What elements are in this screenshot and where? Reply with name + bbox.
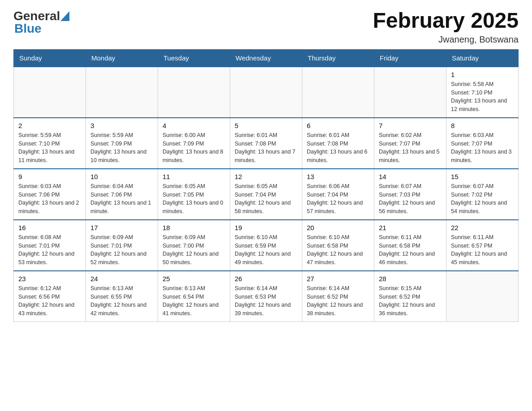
day-number: 26 — [235, 275, 297, 283]
day-number: 7 — [379, 122, 442, 129]
day-info: Sunrise: 5:58 AM Sunset: 7:10 PM Dayligh… — [451, 80, 514, 114]
logo-blue-text: Blue — [14, 21, 42, 36]
day-info: Sunrise: 6:07 AM Sunset: 7:02 PM Dayligh… — [451, 182, 514, 216]
column-header-friday: Friday — [374, 49, 446, 67]
day-info: Sunrise: 6:05 AM Sunset: 7:05 PM Dayligh… — [163, 182, 225, 216]
column-header-monday: Monday — [86, 49, 158, 67]
calendar-cell: 4Sunrise: 6:00 AM Sunset: 7:09 PM Daylig… — [158, 118, 230, 169]
calendar-cell — [86, 67, 158, 118]
day-info: Sunrise: 6:01 AM Sunset: 7:08 PM Dayligh… — [235, 131, 297, 165]
calendar-cell: 26Sunrise: 6:14 AM Sunset: 6:53 PM Dayli… — [230, 271, 302, 322]
calendar-week-row: 1Sunrise: 5:58 AM Sunset: 7:10 PM Daylig… — [14, 67, 519, 118]
day-info: Sunrise: 6:06 AM Sunset: 7:04 PM Dayligh… — [307, 182, 369, 216]
day-info: Sunrise: 6:12 AM Sunset: 6:56 PM Dayligh… — [18, 284, 81, 318]
day-info: Sunrise: 5:59 AM Sunset: 7:09 PM Dayligh… — [90, 131, 153, 165]
calendar-table: SundayMondayTuesdayWednesdayThursdayFrid… — [13, 49, 519, 322]
calendar-week-row: 16Sunrise: 6:08 AM Sunset: 7:01 PM Dayli… — [14, 220, 519, 271]
day-number: 6 — [307, 122, 369, 129]
day-info: Sunrise: 6:10 AM Sunset: 6:58 PM Dayligh… — [307, 233, 369, 267]
calendar-cell: 21Sunrise: 6:11 AM Sunset: 6:58 PM Dayli… — [374, 220, 446, 271]
day-number: 12 — [235, 173, 297, 180]
day-number: 13 — [307, 173, 369, 180]
day-number: 10 — [90, 173, 153, 180]
column-header-saturday: Saturday — [446, 49, 519, 67]
day-number: 20 — [307, 224, 369, 231]
calendar-cell: 14Sunrise: 6:07 AM Sunset: 7:03 PM Dayli… — [374, 169, 446, 220]
calendar-week-row: 2Sunrise: 5:59 AM Sunset: 7:10 PM Daylig… — [14, 118, 519, 169]
day-info: Sunrise: 5:59 AM Sunset: 7:10 PM Dayligh… — [18, 131, 81, 165]
day-number: 17 — [90, 224, 153, 231]
calendar-cell: 16Sunrise: 6:08 AM Sunset: 7:01 PM Dayli… — [14, 220, 86, 271]
calendar-cell — [446, 271, 519, 322]
calendar-cell: 24Sunrise: 6:13 AM Sunset: 6:55 PM Dayli… — [86, 271, 158, 322]
calendar-cell: 25Sunrise: 6:13 AM Sunset: 6:54 PM Dayli… — [158, 271, 230, 322]
calendar-cell: 19Sunrise: 6:10 AM Sunset: 6:59 PM Dayli… — [230, 220, 302, 271]
day-number: 27 — [307, 275, 369, 283]
day-info: Sunrise: 6:11 AM Sunset: 6:57 PM Dayligh… — [451, 233, 514, 267]
calendar-cell: 10Sunrise: 6:04 AM Sunset: 7:06 PM Dayli… — [86, 169, 158, 220]
calendar-cell: 22Sunrise: 6:11 AM Sunset: 6:57 PM Dayli… — [446, 220, 519, 271]
day-number: 14 — [379, 173, 442, 180]
column-header-sunday: Sunday — [14, 49, 86, 67]
day-info: Sunrise: 6:15 AM Sunset: 6:52 PM Dayligh… — [379, 284, 442, 318]
day-info: Sunrise: 6:00 AM Sunset: 7:09 PM Dayligh… — [163, 131, 225, 165]
calendar-cell: 17Sunrise: 6:09 AM Sunset: 7:01 PM Dayli… — [86, 220, 158, 271]
day-number: 2 — [18, 122, 81, 129]
day-number: 23 — [18, 275, 81, 283]
calendar-cell — [230, 67, 302, 118]
logo-triangle-icon — [60, 11, 69, 21]
day-number: 19 — [235, 224, 297, 231]
day-info: Sunrise: 6:13 AM Sunset: 6:55 PM Dayligh… — [90, 284, 153, 318]
calendar-cell: 8Sunrise: 6:03 AM Sunset: 7:07 PM Daylig… — [446, 118, 519, 169]
calendar-header-row: SundayMondayTuesdayWednesdayThursdayFrid… — [14, 49, 519, 67]
page-title: February 2025 — [373, 9, 519, 33]
calendar-cell: 18Sunrise: 6:09 AM Sunset: 7:00 PM Dayli… — [158, 220, 230, 271]
day-number: 4 — [163, 122, 225, 129]
day-info: Sunrise: 6:11 AM Sunset: 6:58 PM Dayligh… — [379, 233, 442, 267]
day-number: 1 — [451, 71, 514, 78]
day-info: Sunrise: 6:09 AM Sunset: 7:01 PM Dayligh… — [90, 233, 153, 267]
day-info: Sunrise: 6:08 AM Sunset: 7:01 PM Dayligh… — [18, 233, 81, 267]
calendar-cell — [302, 67, 374, 118]
calendar-cell: 6Sunrise: 6:01 AM Sunset: 7:08 PM Daylig… — [302, 118, 374, 169]
day-info: Sunrise: 6:01 AM Sunset: 7:08 PM Dayligh… — [307, 131, 369, 165]
day-number: 11 — [163, 173, 225, 180]
column-header-thursday: Thursday — [302, 49, 374, 67]
day-info: Sunrise: 6:05 AM Sunset: 7:04 PM Dayligh… — [235, 182, 297, 216]
day-info: Sunrise: 6:09 AM Sunset: 7:00 PM Dayligh… — [163, 233, 225, 267]
calendar-cell: 1Sunrise: 5:58 AM Sunset: 7:10 PM Daylig… — [446, 67, 519, 118]
day-info: Sunrise: 6:04 AM Sunset: 7:06 PM Dayligh… — [90, 182, 153, 216]
svg-marker-0 — [60, 11, 69, 21]
column-header-wednesday: Wednesday — [230, 49, 302, 67]
day-info: Sunrise: 6:03 AM Sunset: 7:06 PM Dayligh… — [18, 182, 81, 216]
calendar-cell: 15Sunrise: 6:07 AM Sunset: 7:02 PM Dayli… — [446, 169, 519, 220]
day-number: 18 — [163, 224, 225, 231]
day-number: 3 — [90, 122, 153, 129]
column-header-tuesday: Tuesday — [158, 49, 230, 67]
day-number: 15 — [451, 173, 514, 180]
calendar-cell: 9Sunrise: 6:03 AM Sunset: 7:06 PM Daylig… — [14, 169, 86, 220]
day-number: 25 — [163, 275, 225, 283]
day-number: 24 — [90, 275, 153, 283]
calendar-cell: 28Sunrise: 6:15 AM Sunset: 6:52 PM Dayli… — [374, 271, 446, 322]
day-info: Sunrise: 6:13 AM Sunset: 6:54 PM Dayligh… — [163, 284, 225, 318]
day-number: 5 — [235, 122, 297, 129]
page-subtitle: Jwaneng, Botswana — [373, 34, 519, 45]
calendar-cell: 3Sunrise: 5:59 AM Sunset: 7:09 PM Daylig… — [86, 118, 158, 169]
calendar-cell: 13Sunrise: 6:06 AM Sunset: 7:04 PM Dayli… — [302, 169, 374, 220]
day-info: Sunrise: 6:10 AM Sunset: 6:59 PM Dayligh… — [235, 233, 297, 267]
day-number: 21 — [379, 224, 442, 231]
day-number: 22 — [451, 224, 514, 231]
calendar-cell: 11Sunrise: 6:05 AM Sunset: 7:05 PM Dayli… — [158, 169, 230, 220]
day-number: 28 — [379, 275, 442, 283]
calendar-cell: 20Sunrise: 6:10 AM Sunset: 6:58 PM Dayli… — [302, 220, 374, 271]
calendar-cell — [158, 67, 230, 118]
calendar-week-row: 9Sunrise: 6:03 AM Sunset: 7:06 PM Daylig… — [14, 169, 519, 220]
title-block: February 2025 Jwaneng, Botswana — [373, 9, 519, 45]
calendar-week-row: 23Sunrise: 6:12 AM Sunset: 6:56 PM Dayli… — [14, 271, 519, 322]
calendar-cell — [14, 67, 86, 118]
calendar-cell — [374, 67, 446, 118]
day-info: Sunrise: 6:14 AM Sunset: 6:53 PM Dayligh… — [235, 284, 297, 318]
calendar-cell: 23Sunrise: 6:12 AM Sunset: 6:56 PM Dayli… — [14, 271, 86, 322]
day-number: 16 — [18, 224, 81, 231]
